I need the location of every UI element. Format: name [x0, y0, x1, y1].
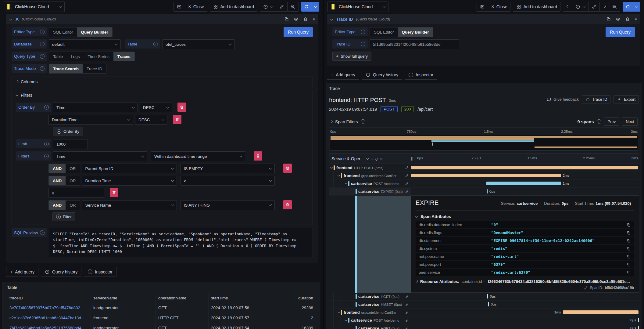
span-filters-label[interactable]: Span Filters [335, 119, 358, 124]
order-by-field-select[interactable]: Duration Time [48, 115, 133, 125]
inspector-button[interactable]: iInspector [84, 267, 116, 277]
query-type-table[interactable]: Table [49, 52, 67, 61]
trace-mode-id[interactable]: Trace ID [83, 64, 106, 73]
span-name-cell[interactable]: cartserviceEXPIRE (0μs) [329, 188, 411, 195]
span-timeline-cell[interactable]: 0μs [411, 301, 639, 308]
toggle-query-icon[interactable] [616, 17, 621, 22]
span-attributes-toggle[interactable]: Span Attributes [416, 210, 634, 219]
span-timeline-cell[interactable] [411, 164, 639, 172]
copy-icon[interactable] [627, 255, 631, 259]
zoom-out-button[interactable] [609, 2, 620, 12]
filter-operator-select[interactable]: > [181, 176, 275, 186]
run-refresh-split-button[interactable] [301, 2, 319, 12]
order-by-dir-select[interactable]: DESC [135, 115, 167, 125]
export-button[interactable]: Export [614, 95, 639, 103]
collapse-all-icon[interactable] [376, 157, 377, 160]
link-icon[interactable] [584, 286, 588, 290]
remove-order-by-button[interactable] [173, 115, 181, 124]
time-shift-forward-button[interactable] [599, 2, 609, 12]
add-query-button[interactable]: +Add query [327, 70, 359, 80]
filter-operator-select[interactable]: IS ANYTHING [181, 200, 275, 210]
filter-field-select[interactable]: Parent Span ID [82, 164, 177, 173]
query-type-logs[interactable]: Logs [67, 52, 84, 61]
time-shift-back-button[interactable] [563, 2, 572, 12]
column-header[interactable]: startTime [209, 294, 261, 303]
span-timeline-cell[interactable]: 2ms [411, 172, 639, 179]
trace-id-button[interactable]: Trace ID [582, 95, 610, 103]
copy-icon[interactable] [627, 270, 631, 275]
add-filter-button[interactable]: +Filter [52, 212, 75, 221]
copy-icon[interactable] [627, 247, 631, 251]
query-history-button[interactable]: Query history [362, 70, 402, 80]
expand-all-icon[interactable]: » [380, 156, 383, 161]
datasource-picker[interactable]: ClickHouse Cloud [327, 2, 388, 12]
filter-value-input[interactable] [48, 188, 104, 198]
filters-section-toggle[interactable]: Filters [16, 93, 309, 98]
or-option[interactable]: OR [66, 164, 80, 173]
next-span-button[interactable]: Next [622, 118, 638, 126]
span-row[interactable]: frontendgrpc.oteldemo.CartSer1ms [329, 309, 639, 316]
span-name-cell[interactable]: cartservicePOST /oteldemo [329, 180, 411, 187]
span-row[interactable]: cartservicePOST /oteldemo0μs [329, 316, 639, 324]
toggle-query-icon[interactable] [294, 17, 299, 22]
table-select[interactable]: otel_traces [162, 39, 235, 49]
sql-editor-option[interactable]: SQL Editor [370, 27, 398, 37]
show-full-query-button[interactable]: +Show full query [332, 52, 371, 61]
span-link-icon[interactable] [405, 302, 409, 306]
close-split-button[interactable]: ×Close [488, 2, 510, 12]
collapse-chevron-icon[interactable] [9, 18, 13, 21]
copy-icon[interactable] [627, 239, 631, 243]
query-type-timeseries[interactable]: Time Series [84, 52, 114, 61]
zoom-out-button[interactable] [287, 2, 299, 12]
inspector-button[interactable]: iInspector [405, 70, 437, 80]
resource-attributes-toggle[interactable]: Resource Attributes: container.id = f266… [416, 279, 634, 284]
remove-filter-button[interactable] [283, 200, 292, 209]
query-builder-option[interactable]: Query Builder [398, 27, 433, 37]
span-row[interactable]: cartserviceHGET (0μs)0μs [329, 293, 639, 301]
filter-field-select[interactable]: Duration Time [82, 176, 177, 186]
trace-id-link[interactable]: c2c1ec87c62965b61cab6c30447bc13d [7, 313, 91, 323]
run-refresh-split-button[interactable] [623, 2, 640, 12]
span-link-icon[interactable] [405, 190, 409, 193]
span-name-cell[interactable]: cartservicePOST /oteldemo [329, 316, 411, 324]
span-link-icon[interactable] [405, 174, 409, 178]
close-split-button[interactable]: ×Close [185, 2, 207, 12]
and-option[interactable]: AND [49, 176, 66, 185]
column-header[interactable]: operationName [156, 294, 209, 303]
span-row[interactable]: cartserviceEXPIRE (0μs)0μs [329, 188, 639, 196]
column-header[interactable]: traceID [7, 294, 91, 303]
sql-editor-option[interactable]: SQL Editor [49, 27, 77, 37]
time-range-button[interactable] [260, 2, 276, 12]
span-link-icon[interactable] [405, 182, 409, 186]
order-by-dir-select[interactable]: DESC [140, 103, 172, 112]
query-type-traces[interactable]: Traces [113, 52, 134, 61]
query-history-button[interactable]: Query history [41, 267, 81, 277]
and-option[interactable]: AND [49, 201, 66, 210]
drag-handle-icon[interactable] [635, 17, 637, 21]
span-timeline-cell[interactable]: 1ms [411, 309, 639, 316]
span-timeline-cell[interactable]: 1ms [411, 180, 639, 187]
add-to-dashboard-button[interactable]: Add to dashboard [513, 2, 560, 12]
delete-query-icon[interactable] [303, 17, 308, 22]
span-name-cell[interactable]: frontendgrpc.oteldemo.CartSer [329, 309, 411, 316]
column-resize-handle[interactable] [411, 157, 413, 161]
column-header[interactable]: serviceName [91, 294, 156, 303]
copy-icon[interactable] [627, 262, 631, 267]
remove-filter-button[interactable] [254, 151, 262, 161]
trace-id-link[interactable]: 3c7074f085679976b07a79ef5476d802 [7, 303, 91, 313]
database-select[interactable]: default [49, 39, 121, 49]
give-feedback-button[interactable]: Give feedback [546, 97, 579, 102]
span-name-cell[interactable]: frontendHTTP POST (3ms) [329, 164, 411, 172]
expand-one-icon[interactable]: › [371, 156, 373, 161]
span-row[interactable]: frontendgrpc.oteldemo.CartSer2ms [329, 172, 639, 180]
columns-section-toggle[interactable]: Columns [16, 79, 309, 84]
copy-icon[interactable] [627, 231, 631, 235]
or-option[interactable]: OR [66, 176, 80, 185]
filter-operator-select[interactable]: IS EMPTY [181, 164, 275, 173]
run-query-button[interactable]: Run Query [284, 27, 313, 37]
span-row[interactable]: cartservicePOST /oteldemo1ms [329, 180, 639, 188]
span-name-cell[interactable]: frontendgrpc.oteldemo.CartSer [329, 172, 411, 179]
column-header[interactable]: duration [261, 294, 316, 303]
remove-filter-button[interactable] [110, 188, 118, 197]
trace-id-link[interactable]: 7f47c62234b6bd2a5a62521875588bd4 [7, 323, 91, 329]
